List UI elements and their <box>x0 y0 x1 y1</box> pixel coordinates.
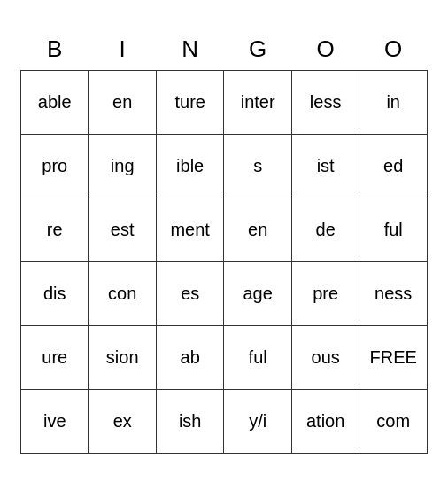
cell-r4-c2: ab <box>156 326 224 390</box>
cell-r3-c4: pre <box>291 262 359 326</box>
cell-r5-c1: ex <box>89 390 156 454</box>
cell-r2-c4: de <box>291 198 359 262</box>
header-col-3: G <box>224 28 291 71</box>
table-row: uresionabfulousFREE <box>21 326 428 390</box>
cell-r5-c2: ish <box>156 390 224 454</box>
cell-r1-c3: s <box>224 135 291 198</box>
table-row: iveexishy/iationcom <box>21 390 428 454</box>
cell-r0-c1: en <box>89 71 156 135</box>
cell-r4-c5: FREE <box>359 326 428 390</box>
cell-r1-c2: ible <box>156 135 224 198</box>
table-row: proingiblesisted <box>21 135 428 198</box>
header-col-0: B <box>21 28 89 71</box>
table-row: reestmentendeful <box>21 198 428 262</box>
bingo-card: BINGOO ableentureinterlessinproingiblesi… <box>20 28 428 455</box>
cell-r0-c3: inter <box>224 71 291 135</box>
cell-r2-c5: ful <box>359 198 428 262</box>
cell-r0-c4: less <box>291 71 359 135</box>
table-row: ableentureinterlessin <box>21 71 428 135</box>
cell-r0-c2: ture <box>156 71 224 135</box>
cell-r2-c3: en <box>224 198 291 262</box>
cell-r1-c0: pro <box>21 135 89 198</box>
bingo-table: BINGOO ableentureinterlessinproingiblesi… <box>20 28 428 455</box>
header-col-1: I <box>89 28 156 71</box>
cell-r4-c3: ful <box>224 326 291 390</box>
cell-r0-c5: in <box>359 71 428 135</box>
cell-r3-c1: con <box>89 262 156 326</box>
cell-r5-c5: com <box>359 390 428 454</box>
header-col-2: N <box>156 28 224 71</box>
cell-r5-c3: y/i <box>224 390 291 454</box>
cell-r5-c0: ive <box>21 390 89 454</box>
cell-r2-c2: ment <box>156 198 224 262</box>
cell-r5-c4: ation <box>291 390 359 454</box>
cell-r1-c4: ist <box>291 135 359 198</box>
cell-r4-c1: sion <box>89 326 156 390</box>
cell-r3-c3: age <box>224 262 291 326</box>
header-col-4: O <box>291 28 359 71</box>
table-row: disconesagepreness <box>21 262 428 326</box>
cell-r1-c5: ed <box>359 135 428 198</box>
cell-r4-c4: ous <box>291 326 359 390</box>
header-col-5: O <box>359 28 428 71</box>
cell-r2-c0: re <box>21 198 89 262</box>
cell-r0-c0: able <box>21 71 89 135</box>
cell-r3-c0: dis <box>21 262 89 326</box>
cell-r3-c5: ness <box>359 262 428 326</box>
cell-r1-c1: ing <box>89 135 156 198</box>
cell-r3-c2: es <box>156 262 224 326</box>
cell-r4-c0: ure <box>21 326 89 390</box>
cell-r2-c1: est <box>89 198 156 262</box>
